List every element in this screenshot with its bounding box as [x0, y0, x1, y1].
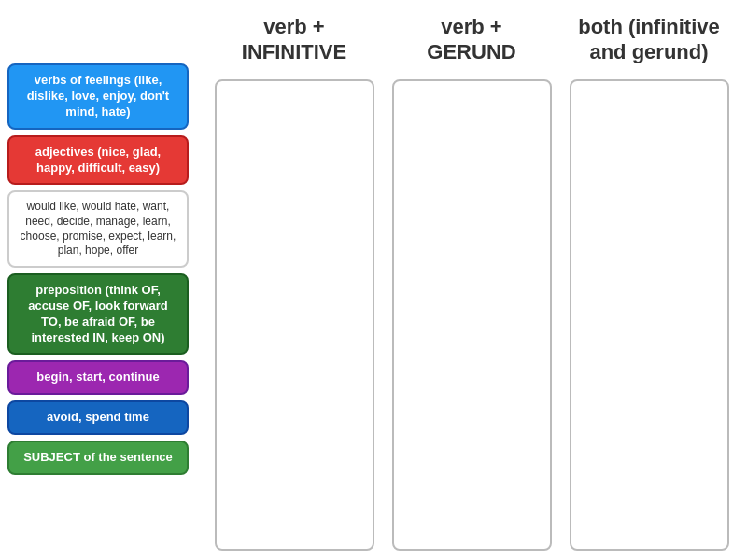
card-preposition[interactable]: preposition (think OF, accuse OF, look f…	[7, 273, 189, 356]
column-header-infinitive: verb +INFINITIVE	[242, 9, 346, 70]
column-box-both[interactable]	[570, 79, 729, 551]
column-both: both (infinitive and gerund)	[560, 9, 738, 551]
column-box-gerund[interactable]	[392, 79, 552, 551]
card-want-verbs[interactable]: would like, would hate, want, need, deci…	[7, 190, 189, 267]
left-panel: verbs of feelings (like, dislike, love, …	[0, 56, 196, 483]
card-subject[interactable]: SUBJECT of the sentence	[7, 441, 189, 475]
column-header-gerund: verb +GERUND	[427, 9, 515, 70]
column-gerund: verb +GERUND	[383, 9, 560, 551]
card-begin-start[interactable]: begin, start, continue	[7, 360, 189, 395]
card-avoid[interactable]: avoid, spend time	[7, 400, 189, 435]
card-adjectives[interactable]: adjectives (nice, glad, happy, difficult…	[7, 135, 189, 186]
column-header-both: both (infinitive and gerund)	[560, 9, 738, 70]
column-box-infinitive[interactable]	[215, 79, 374, 551]
columns-area: verb +INFINITIVEverb +GERUNDboth (infini…	[196, 0, 747, 560]
card-verbs-feelings[interactable]: verbs of feelings (like, dislike, love, …	[7, 63, 189, 130]
column-infinitive: verb +INFINITIVE	[205, 9, 383, 551]
